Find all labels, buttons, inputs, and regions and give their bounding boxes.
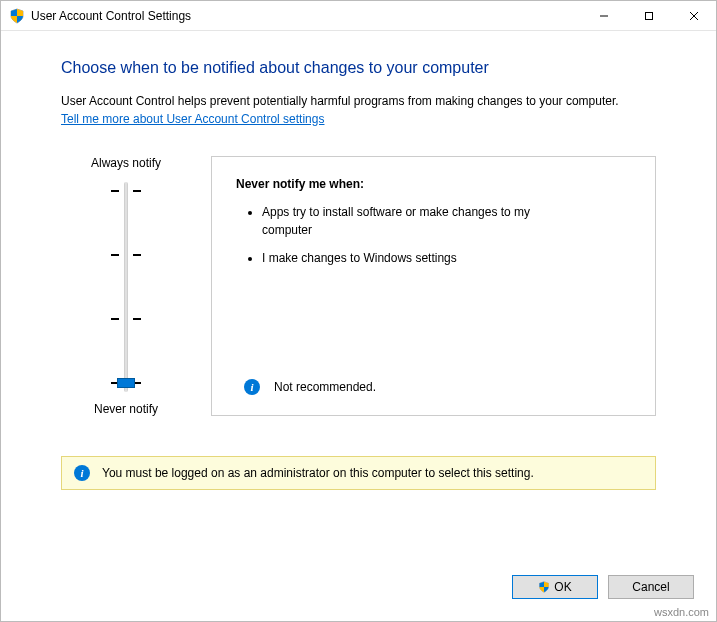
slider-area: Always notify Never notify Never notify … bbox=[61, 156, 656, 416]
recommendation-row: i Not recommended. bbox=[236, 379, 631, 395]
admin-warning-banner: i You must be logged on as an administra… bbox=[61, 456, 656, 490]
info-box: Never notify me when: Apps try to instal… bbox=[211, 156, 656, 416]
slider-tick bbox=[111, 318, 119, 320]
titlebar: User Account Control Settings bbox=[1, 1, 716, 31]
svg-rect-1 bbox=[645, 12, 652, 19]
uac-shield-icon bbox=[9, 8, 25, 24]
slider-tick bbox=[111, 190, 119, 192]
info-list: Apps try to install software or make cha… bbox=[236, 203, 631, 277]
close-button[interactable] bbox=[671, 1, 716, 30]
page-description: User Account Control helps prevent poten… bbox=[61, 93, 656, 110]
cancel-button[interactable]: Cancel bbox=[608, 575, 694, 599]
uac-shield-icon bbox=[538, 581, 550, 593]
list-item: I make changes to Windows settings bbox=[262, 249, 562, 267]
slider-tick bbox=[133, 318, 141, 320]
slider-tick bbox=[133, 190, 141, 192]
slider-label-top: Always notify bbox=[91, 156, 161, 170]
ok-label: OK bbox=[554, 580, 571, 594]
admin-warning-text: You must be logged on as an administrato… bbox=[102, 466, 534, 480]
info-title: Never notify me when: bbox=[236, 177, 631, 191]
info-icon: i bbox=[244, 379, 260, 395]
slider-tick bbox=[133, 254, 141, 256]
recommendation-text: Not recommended. bbox=[274, 380, 376, 394]
watermark: wsxdn.com bbox=[654, 606, 709, 618]
slider-thumb[interactable] bbox=[117, 378, 135, 388]
button-row: OK Cancel bbox=[1, 559, 716, 621]
slider-rail bbox=[124, 182, 128, 392]
help-link[interactable]: Tell me more about User Account Control … bbox=[61, 112, 656, 126]
content-area: Choose when to be notified about changes… bbox=[1, 31, 716, 559]
info-icon: i bbox=[74, 465, 90, 481]
maximize-button[interactable] bbox=[626, 1, 671, 30]
page-heading: Choose when to be notified about changes… bbox=[61, 59, 656, 77]
cancel-label: Cancel bbox=[632, 580, 669, 594]
window-title: User Account Control Settings bbox=[31, 9, 191, 23]
list-item: Apps try to install software or make cha… bbox=[262, 203, 562, 239]
notification-slider[interactable] bbox=[105, 182, 147, 392]
ok-button[interactable]: OK bbox=[512, 575, 598, 599]
slider-tick bbox=[111, 254, 119, 256]
slider-column: Always notify Never notify bbox=[61, 156, 191, 416]
slider-label-bottom: Never notify bbox=[94, 402, 158, 416]
minimize-button[interactable] bbox=[581, 1, 626, 30]
uac-settings-window: User Account Control Settings Choose whe… bbox=[0, 0, 717, 622]
